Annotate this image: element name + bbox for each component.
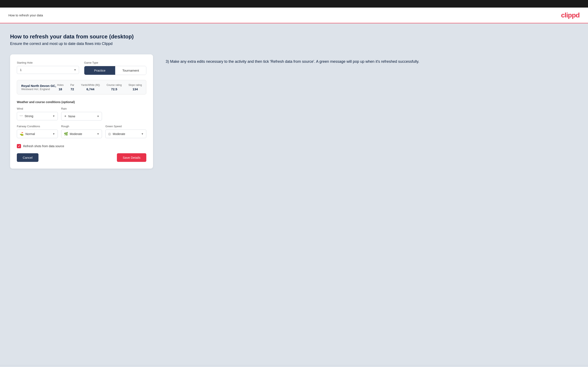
course-stat-par: Par 72 [70,83,74,91]
page-heading: How to refresh your data from source (de… [10,33,578,40]
course-stats: Holes 18 Par 72 Yards/White (M)) 6,744 C… [57,83,142,91]
course-stat-yards: Yards/White (M)) 6,744 [81,83,100,91]
fairway-select[interactable]: ⛳ Normal ▼ [17,130,58,138]
conditions-row-1: Wind 〰 Strong ▼ Rain ✦ None ▼ [17,107,146,121]
rain-icon: ✦ [64,114,67,118]
fairway-icon: ⛳ [19,132,24,136]
top-fields-row: Starting Hole 1 10 ▼ Game Type Practice … [17,61,146,75]
game-type-group: Game Type Practice Tournament [84,61,146,75]
wind-label: Wind [17,107,58,110]
wind-select[interactable]: 〰 Strong ▼ [17,112,58,120]
starting-hole-group: Starting Hole 1 10 ▼ [17,61,79,75]
holes-label: Holes [57,83,64,86]
starting-hole-select[interactable]: 1 10 ▼ [17,66,79,74]
starting-hole-label: Starting Hole [17,61,79,64]
slope-rating-value: 134 [129,87,142,91]
side-description: 3) Make any extra edits necessary to the… [166,54,578,65]
par-value: 72 [70,87,74,91]
wind-chevron-icon: ▼ [52,115,55,117]
rain-value: None [68,115,95,118]
green-speed-chevron-icon: ▼ [141,133,144,135]
rough-select[interactable]: 🌿 Moderate ▼ [61,130,102,138]
side-description-text: 3) Make any extra edits necessary to the… [166,58,578,65]
wind-value: Strong [25,114,51,118]
conditions-section-title: Weather and course conditions (optional) [17,100,146,104]
rough-icon: 🌿 [64,132,68,136]
fairway-label: Fairway Conditions [17,125,58,128]
slope-rating-label: Slope rating [129,83,142,86]
fairway-field: Fairway Conditions ⛳ Normal ▼ [17,125,58,138]
course-location: Westward Ho!, England [21,88,57,91]
conditions-row-2: Fairway Conditions ⛳ Normal ▼ Rough 🌿 Mo… [17,125,146,138]
refresh-checkbox-label: Refresh shots from data source [23,144,64,148]
rain-select[interactable]: ✦ None ▼ [61,112,102,121]
yards-value: 6,744 [81,87,100,91]
rain-label: Rain [61,107,102,110]
holes-value: 18 [57,87,64,91]
rain-field: Rain ✦ None ▼ [61,107,102,121]
green-speed-select[interactable]: ◎ Moderate ▼ [105,130,146,138]
par-label: Par [70,83,74,86]
checkmark-icon: ✓ [18,145,20,148]
page-subheading: Ensure the correct and most up to date d… [10,42,578,46]
fairway-value: Normal [26,132,51,136]
course-stat-holes: Holes 18 [57,83,64,91]
course-stat-course-rating: Course rating 72.5 [107,83,122,91]
practice-button[interactable]: Practice [84,66,115,75]
button-row: Cancel Save Details [17,153,146,162]
wind-field: Wind 〰 Strong ▼ [17,107,58,121]
main-content: How to refresh your data from source (de… [0,23,588,365]
logo: clippd [561,11,579,19]
game-type-label: Game Type [84,61,146,64]
wind-icon: 〰 [19,114,23,118]
green-speed-icon: ◎ [108,132,111,136]
course-rating-label: Course rating [107,83,122,86]
course-name: Royal North Devon GC, [21,84,57,88]
green-speed-field: Green Speed ◎ Moderate ▼ [105,125,146,138]
content-layout: Starting Hole 1 10 ▼ Game Type Practice … [10,54,578,169]
rough-field: Rough 🌿 Moderate ▼ [61,125,102,138]
refresh-checkbox-row[interactable]: ✓ Refresh shots from data source [17,144,146,148]
fairway-chevron-icon: ▼ [52,133,55,135]
course-rating-value: 72.5 [107,87,122,91]
green-speed-label: Green Speed [105,125,146,128]
rough-chevron-icon: ▼ [97,133,99,135]
breadcrumb: How to refresh your data [9,13,43,17]
top-bar [0,0,588,8]
tournament-button[interactable]: Tournament [115,66,146,75]
course-info: Royal North Devon GC, Westward Ho!, Engl… [21,84,57,91]
cancel-button[interactable]: Cancel [17,153,38,162]
rough-label: Rough [61,125,102,128]
form-card: Starting Hole 1 10 ▼ Game Type Practice … [10,54,153,169]
game-type-toggle: Practice Tournament [84,66,146,75]
yards-label: Yards/White (M)) [81,83,100,86]
course-stat-slope-rating: Slope rating 134 [129,83,142,91]
rough-value: Moderate [70,132,95,136]
refresh-checkbox[interactable]: ✓ [17,144,21,148]
course-row: Royal North Devon GC, Westward Ho!, Engl… [17,80,146,94]
starting-hole-input[interactable]: 1 10 [20,68,76,72]
header: How to refresh your data clippd [0,8,588,23]
footer: Copyright Clippd 2022 [0,365,588,367]
rain-chevron-icon: ▼ [97,115,99,118]
green-speed-value: Moderate [113,132,139,136]
save-details-button[interactable]: Save Details [117,153,146,162]
